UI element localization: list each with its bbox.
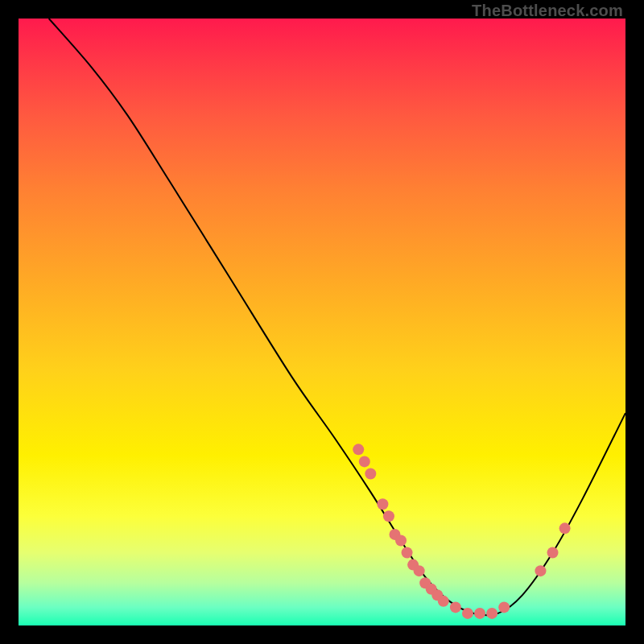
data-point bbox=[414, 565, 425, 576]
data-point bbox=[402, 547, 413, 559]
data-point bbox=[535, 565, 546, 576]
bottleneck-chart bbox=[19, 19, 625, 625]
data-point bbox=[353, 444, 364, 455]
data-point bbox=[383, 510, 394, 522]
data-point bbox=[365, 469, 376, 480]
data-point bbox=[486, 608, 497, 619]
watermark-text: TheBottleneck.com bbox=[472, 2, 623, 20]
data-point bbox=[438, 596, 449, 607]
data-point bbox=[462, 608, 473, 619]
data-point bbox=[547, 547, 559, 559]
bottleneck-curve bbox=[49, 19, 625, 615]
data-point bbox=[498, 601, 510, 613]
data-points-group bbox=[353, 444, 570, 619]
data-point bbox=[377, 498, 388, 510]
data-point bbox=[559, 522, 571, 534]
data-point bbox=[450, 601, 461, 613]
data-point bbox=[359, 456, 370, 467]
data-point bbox=[474, 608, 485, 619]
data-point bbox=[395, 535, 407, 546]
